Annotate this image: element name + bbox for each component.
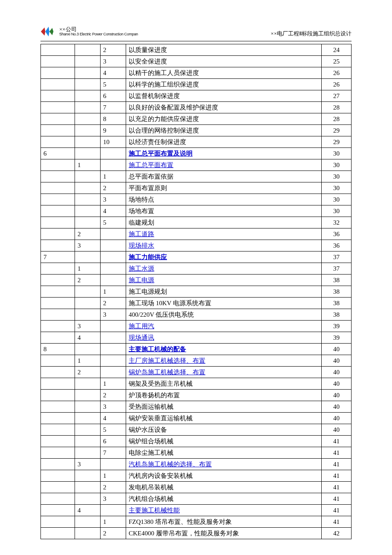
toc-link[interactable]: 施工力能供应 [129, 254, 167, 260]
toc-col-level2 [75, 516, 101, 528]
toc-title-cell[interactable]: 主厂房施工机械选择、布置 [126, 355, 322, 367]
toc-col-level2: 3 [75, 321, 101, 332]
toc-col-level2 [75, 482, 101, 493]
toc-page-number: 40 [322, 378, 352, 390]
toc-col-level1 [41, 321, 75, 332]
toc-col-level3 [101, 332, 126, 344]
toc-page-number: 42 [322, 528, 352, 539]
toc-title-cell[interactable]: 汽机岛施工机械的选择、布置 [126, 459, 322, 470]
toc-col-level2 [75, 493, 101, 505]
toc-page-number: 38 [322, 298, 352, 309]
toc-title-cell[interactable]: 现场通讯 [126, 332, 322, 344]
table-row: 1施工电源规划38 [41, 286, 352, 298]
toc-title-cell[interactable]: 主要施工机械的配备 [126, 344, 322, 355]
toc-link[interactable]: 施工水源 [129, 265, 154, 272]
toc-col-level3: 1 [101, 470, 126, 482]
toc-col-level3 [101, 367, 126, 378]
toc-title-cell: 汽机房内设备安装机械 [126, 470, 322, 482]
toc-col-level3 [101, 251, 126, 263]
toc-col-level3: 1 [101, 286, 126, 298]
toc-col-level2: 1 [75, 159, 101, 171]
toc-title-cell[interactable]: 施工电源 [126, 275, 322, 286]
toc-title-cell: 炉顶卷扬机的布置 [126, 390, 322, 401]
toc-title-cell: 场地特点 [126, 194, 322, 205]
toc-title-cell: 以安全保进度 [126, 56, 322, 67]
toc-col-level2 [75, 217, 101, 228]
toc-link[interactable]: 施工总平面布置及说明 [129, 150, 193, 157]
toc-page-number: 38 [322, 275, 352, 286]
toc-title-cell[interactable]: 主要施工机械性能 [126, 505, 322, 516]
toc-col-level2 [75, 125, 101, 136]
toc-page-number: 24 [322, 44, 352, 56]
table-row: 7电除尘施工机械41 [41, 447, 352, 459]
toc-col-level1: 6 [41, 148, 75, 159]
table-row: 1总平面布置依据30 [41, 171, 352, 182]
toc-link[interactable]: 现场排水 [129, 242, 154, 249]
toc-title-cell[interactable]: 施工水源 [126, 263, 322, 275]
toc-link[interactable]: 施工电源 [129, 277, 154, 283]
table-row: 1主厂房施工机械选择、布置40 [41, 355, 352, 367]
toc-col-level1 [41, 286, 75, 298]
toc-title-cell: 总平面布置依据 [126, 171, 322, 182]
toc-col-level3: 1 [101, 516, 126, 528]
toc-col-level2: 4 [75, 505, 101, 516]
toc-link[interactable]: 主要施工机械性能 [129, 507, 180, 514]
toc-col-level3 [101, 275, 126, 286]
toc-title-cell[interactable]: 施工总平面布置 [126, 159, 322, 171]
toc-link[interactable]: 施工用汽 [129, 323, 154, 330]
table-row: 2以质量保进度24 [41, 44, 352, 56]
toc-col-level2 [75, 390, 101, 401]
toc-page-number: 41 [322, 482, 352, 493]
toc-col-level2 [75, 309, 101, 321]
toc-page-number: 26 [322, 67, 352, 79]
toc-col-level1 [41, 228, 75, 240]
toc-title-cell[interactable]: 施工用汽 [126, 321, 322, 332]
toc-link[interactable]: 主要施工机械的配备 [129, 346, 186, 353]
toc-col-level3: 3 [101, 401, 126, 413]
toc-col-level3: 7 [101, 102, 126, 113]
table-row: 2施工道路36 [41, 228, 352, 240]
toc-title-cell[interactable]: 现场排水 [126, 240, 322, 251]
toc-col-level3 [101, 148, 126, 159]
toc-link[interactable]: 施工总平面布置 [129, 162, 173, 168]
table-row: 2平面布置原则30 [41, 182, 352, 194]
toc-col-level1: 8 [41, 344, 75, 355]
toc-title-cell[interactable]: 锅炉岛施工机械选择、布置 [126, 367, 322, 378]
toc-link[interactable]: 主厂房施工机械选择、布置 [129, 357, 205, 364]
table-row: 6施工总平面布置及说明30 [41, 148, 352, 159]
toc-col-level2 [75, 171, 101, 182]
toc-title-cell[interactable]: 施工总平面布置及说明 [126, 148, 322, 159]
toc-col-level1 [41, 378, 75, 390]
toc-col-level3: 4 [101, 67, 126, 79]
table-row: 1汽机房内设备安装机械41 [41, 470, 352, 482]
table-row: 8以充足的力能供应保进度28 [41, 113, 352, 125]
toc-col-level1 [41, 263, 75, 275]
toc-link[interactable]: 现场通讯 [129, 334, 154, 341]
toc-col-level1 [41, 171, 75, 182]
table-row: 3400/220V 低压供电系统38 [41, 309, 352, 321]
toc-title-cell[interactable]: 施工力能供应 [126, 251, 322, 263]
table-row: 4以精干的施工人员保进度26 [41, 67, 352, 79]
toc-title-cell[interactable]: 施工道路 [126, 228, 322, 240]
toc-page-number: 29 [322, 125, 352, 136]
toc-col-level3: 5 [101, 79, 126, 90]
toc-col-level2 [75, 413, 101, 424]
toc-page-number: 38 [322, 286, 352, 298]
toc-link[interactable]: 汽机岛施工机械的选择、布置 [129, 461, 212, 468]
toc-col-level1 [41, 424, 75, 436]
toc-col-level1 [41, 217, 75, 228]
toc-link[interactable]: 锅炉岛施工机械选择、布置 [129, 369, 205, 376]
toc-col-level2: 4 [75, 332, 101, 344]
toc-link[interactable]: 施工道路 [129, 231, 154, 237]
toc-col-level3: 5 [101, 217, 126, 228]
toc-title-cell: 以经济责任制保进度 [126, 136, 322, 148]
table-row: 8主要施工机械的配备40 [41, 344, 352, 355]
toc-col-level2 [75, 56, 101, 67]
toc-col-level1: 7 [41, 251, 75, 263]
toc-col-level2 [75, 67, 101, 79]
toc-title-cell: 锅炉水压设备 [126, 424, 322, 436]
toc-page-number: 30 [322, 159, 352, 171]
toc-title-cell: 钢架及受热面主吊机械 [126, 378, 322, 390]
toc-page-number: 26 [322, 79, 352, 90]
toc-col-level3: 2 [101, 528, 126, 539]
